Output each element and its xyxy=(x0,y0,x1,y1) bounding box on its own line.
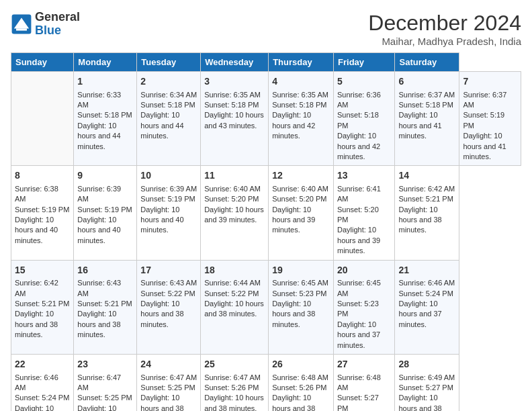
page-header: GeneralBlue December 2024 Maihar, Madhya… xyxy=(11,11,521,47)
main-title: December 2024 xyxy=(368,11,521,36)
calendar-day-13: 13Sunrise: 6:41 AMSunset: 5:20 PMDayligh… xyxy=(334,166,395,260)
calendar-day-1: 1Sunrise: 6:33 AMSunset: 5:18 PMDaylight… xyxy=(74,72,137,166)
title-block: December 2024 Maihar, Madhya Pradesh, In… xyxy=(368,11,521,47)
calendar-day-18: 18Sunrise: 6:44 AMSunset: 5:22 PMDayligh… xyxy=(201,260,269,354)
calendar-day-4: 4Sunrise: 6:35 AMSunset: 5:18 PMDaylight… xyxy=(269,72,334,166)
calendar-week-3: 15Sunrise: 6:42 AMSunset: 5:21 PMDayligh… xyxy=(11,260,521,354)
calendar-day-24: 24Sunrise: 6:47 AMSunset: 5:25 PMDayligh… xyxy=(137,354,201,411)
calendar-week-1: 1Sunrise: 6:33 AMSunset: 5:18 PMDaylight… xyxy=(11,72,521,166)
day-header-saturday: Saturday xyxy=(395,53,459,72)
day-header-thursday: Thursday xyxy=(269,53,334,72)
calendar-table: SundayMondayTuesdayWednesdayThursdayFrid… xyxy=(11,52,521,411)
logo-text: GeneralBlue xyxy=(35,11,80,38)
calendar-day-15: 15Sunrise: 6:42 AMSunset: 5:21 PMDayligh… xyxy=(11,260,74,354)
calendar-day-5: 5Sunrise: 6:36 AMSunset: 5:18 PMDaylight… xyxy=(334,72,395,166)
day-header-wednesday: Wednesday xyxy=(201,53,269,72)
day-header-friday: Friday xyxy=(334,53,395,72)
logo-icon xyxy=(11,13,32,35)
calendar-day-3: 3Sunrise: 6:35 AMSunset: 5:18 PMDaylight… xyxy=(201,72,269,166)
day-header-tuesday: Tuesday xyxy=(137,53,201,72)
calendar-day-10: 10Sunrise: 6:39 AMSunset: 5:19 PMDayligh… xyxy=(137,166,201,260)
calendar-day-25: 25Sunrise: 6:47 AMSunset: 5:26 PMDayligh… xyxy=(201,354,269,411)
calendar-day-11: 11Sunrise: 6:40 AMSunset: 5:20 PMDayligh… xyxy=(201,166,269,260)
calendar-day-27: 27Sunrise: 6:48 AMSunset: 5:27 PMDayligh… xyxy=(334,354,395,411)
calendar-day-23: 23Sunrise: 6:47 AMSunset: 5:25 PMDayligh… xyxy=(74,354,137,411)
calendar-day-16: 16Sunrise: 6:43 AMSunset: 5:21 PMDayligh… xyxy=(74,260,137,354)
calendar-day-20: 20Sunrise: 6:45 AMSunset: 5:23 PMDayligh… xyxy=(334,260,395,354)
calendar-week-2: 8Sunrise: 6:38 AMSunset: 5:19 PMDaylight… xyxy=(11,166,521,260)
calendar-day-19: 19Sunrise: 6:45 AMSunset: 5:23 PMDayligh… xyxy=(269,260,334,354)
calendar-day-28: 28Sunrise: 6:49 AMSunset: 5:27 PMDayligh… xyxy=(395,354,459,411)
calendar-day-17: 17Sunrise: 6:43 AMSunset: 5:22 PMDayligh… xyxy=(137,260,201,354)
calendar-day-14: 14Sunrise: 6:42 AMSunset: 5:21 PMDayligh… xyxy=(395,166,459,260)
calendar-day-9: 9Sunrise: 6:39 AMSunset: 5:19 PMDaylight… xyxy=(74,166,137,260)
calendar-day-22: 22Sunrise: 6:46 AMSunset: 5:24 PMDayligh… xyxy=(11,354,74,411)
day-header-sunday: Sunday xyxy=(11,53,74,72)
calendar-day-8: 8Sunrise: 6:38 AMSunset: 5:19 PMDaylight… xyxy=(11,166,74,260)
logo: GeneralBlue xyxy=(11,11,80,38)
day-header-monday: Monday xyxy=(74,53,137,72)
calendar-day-21: 21Sunrise: 6:46 AMSunset: 5:24 PMDayligh… xyxy=(395,260,459,354)
calendar-day-6: 6Sunrise: 6:37 AMSunset: 5:18 PMDaylight… xyxy=(395,72,459,166)
calendar-day-12: 12Sunrise: 6:40 AMSunset: 5:20 PMDayligh… xyxy=(269,166,334,260)
calendar-header-row: SundayMondayTuesdayWednesdayThursdayFrid… xyxy=(11,53,521,72)
calendar-body: 1Sunrise: 6:33 AMSunset: 5:18 PMDaylight… xyxy=(11,72,521,412)
subtitle: Maihar, Madhya Pradesh, India xyxy=(368,36,521,47)
empty-cell xyxy=(11,72,74,166)
calendar-day-7: 7Sunrise: 6:37 AMSunset: 5:19 PMDaylight… xyxy=(459,72,521,166)
calendar-day-2: 2Sunrise: 6:34 AMSunset: 5:18 PMDaylight… xyxy=(137,72,201,166)
calendar-week-4: 22Sunrise: 6:46 AMSunset: 5:24 PMDayligh… xyxy=(11,354,521,411)
calendar-day-26: 26Sunrise: 6:48 AMSunset: 5:26 PMDayligh… xyxy=(269,354,334,411)
svg-rect-2 xyxy=(16,28,27,30)
